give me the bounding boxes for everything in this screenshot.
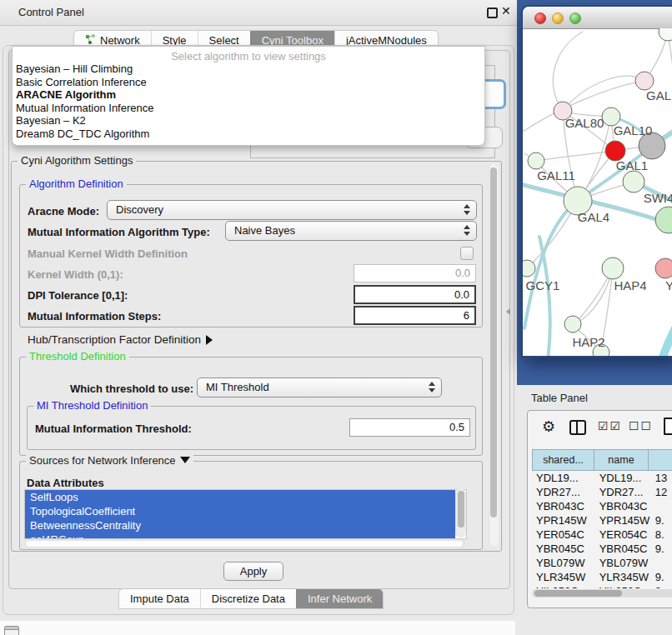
network-node[interactable] [523,260,535,277]
aracne-mode-select[interactable]: Discovery [107,200,477,220]
minimize-traffic-light-icon[interactable] [552,12,564,24]
gear-icon[interactable]: ⚙ [542,418,555,436]
table-cell[interactable]: 9. [651,542,672,556]
table-row[interactable]: YLR345WYLR345W9. [532,570,672,584]
network-canvas[interactable]: GALGAL80GAL10GAL1SWI4GAL11GAL4GCY1HAP4YH… [523,28,672,356]
table-cell[interactable]: YPR145W [595,513,651,528]
close-icon[interactable]: ✕ [501,4,511,18]
new-table-icon[interactable] [664,418,672,435]
network-node[interactable] [623,171,644,192]
zoom-traffic-light-icon[interactable] [569,12,581,24]
table-cell[interactable]: YDL19... [595,471,651,485]
table-cell[interactable]: YPR145W [532,513,595,528]
column-header-extra[interactable] [649,449,672,471]
table-cell[interactable]: 13 [651,471,672,485]
table-row[interactable]: YBR043CYBR043C [532,499,672,513]
table-cell[interactable]: YIL052C [532,584,595,588]
attributes-hscrollbar[interactable] [24,540,465,548]
network-edge[interactable] [536,151,615,161]
tab-infer-network[interactable]: Infer Network [296,589,383,608]
network-view-window[interactable]: GALGAL80GAL10GAL1SWI4GAL11GAL4GCY1HAP4YH… [523,7,672,356]
table-cell[interactable]: 12 [651,485,672,499]
table-cell[interactable]: YBR045C [595,542,651,556]
table-cell[interactable]: 9. [651,584,672,588]
table-row[interactable]: YPR145WYPR145W9. [532,513,672,528]
table-row[interactable]: YBR045CYBR045C9. [532,542,672,556]
columns-icon[interactable] [569,420,586,435]
table-cell[interactable]: YBR045C [532,542,595,556]
network-node[interactable] [659,28,672,41]
apply-button[interactable]: Apply [223,562,283,581]
algorithm-option[interactable]: ARACNE Algorithm [13,88,484,102]
tab-impute-data[interactable]: Impute Data [119,589,200,608]
network-edge[interactable] [661,303,672,356]
table-cell[interactable]: 8. [651,528,672,542]
table-cell[interactable]: YDR27... [532,485,595,499]
table-cell[interactable]: YBR043C [595,499,651,513]
close-traffic-light-icon[interactable] [534,12,546,24]
algorithm-option[interactable]: Mutual Information Inference [13,102,484,115]
network-node[interactable] [528,152,544,169]
table-rows[interactable]: YDL19...YDL19...13YDR27...YDR27...12YBR0… [532,471,672,588]
hub-section-toggle[interactable]: Hub/Transcription Factor Definition [28,333,213,346]
table-cell[interactable]: YBR043C [532,499,595,513]
table-cell[interactable]: YIL052C [595,584,651,588]
network-node[interactable] [564,316,581,332]
algorithm-option[interactable]: Dream8 DC_TDC Algorithm [13,128,484,141]
table-cell[interactable]: YDR27... [595,485,651,499]
network-node[interactable] [655,207,672,233]
select-all-checkboxes-icon[interactable]: ☑☑ [598,419,622,432]
algorithm-option[interactable]: Bayesian – Hill Climbing [13,62,484,76]
column-header-shared-name[interactable]: shared... [532,449,594,471]
network-window-titlebar[interactable] [523,7,672,29]
table-row[interactable]: YBL079WYBL079W [532,556,672,570]
attributes-scrollbar[interactable] [455,489,466,538]
table-cell[interactable] [651,556,672,570]
mi-steps-field[interactable]: 6 [354,306,476,325]
network-node[interactable] [602,258,624,279]
table-hscrollbar[interactable] [532,589,672,598]
table-row[interactable]: YER054CYER054C8. [532,528,672,542]
data-attributes-list[interactable]: SelfLoopsTopologicalCoefficientBetweenne… [24,489,467,539]
table-cell[interactable]: YBL079W [595,556,651,570]
kernel-width-field[interactable]: 0.0 [354,264,476,282]
network-node-label: GAL10 [614,123,653,138]
network-node[interactable] [635,72,654,90]
column-header-name[interactable]: name [594,449,649,471]
mi-threshold-field[interactable]: 0.5 [349,418,470,437]
table-cell[interactable]: 9. [651,513,672,528]
deselect-all-checkboxes-icon[interactable]: ☐☐ [629,419,653,432]
table-cell[interactable]: YDL19... [532,471,595,485]
network-node[interactable] [655,258,672,278]
table-cell[interactable]: YBL079W [532,556,595,570]
sources-toggle[interactable]: Sources for Network Inference [26,454,193,467]
data-attribute-item[interactable]: BetweennessCentrality [25,518,455,532]
table-cell[interactable] [651,499,672,513]
table-row[interactable]: YDL19...YDL19...13 [532,471,672,485]
mi-algorithm-type-select[interactable]: Naive Bayes [225,221,477,241]
network-edge[interactable] [563,76,644,111]
algorithm-option[interactable]: Bayesian – K2 [13,114,484,128]
table-cell[interactable]: YLR345W [532,570,595,584]
group-title: Cyni Algorithm Settings [18,154,136,167]
splitter-collapse-icon[interactable] [506,308,510,315]
table-cell[interactable]: YER054C [532,528,595,542]
table-cell[interactable]: 9. [651,570,672,584]
manual-kernel-checkbox[interactable] [460,247,474,260]
data-attribute-item[interactable]: TopologicalCoefficient [25,504,455,518]
table-row[interactable]: YDR27...YDR27...12 [532,485,672,499]
settings-scrollbar[interactable] [489,164,499,546]
which-threshold-select[interactable]: MI Threshold [197,378,442,398]
network-edge[interactable] [553,32,583,111]
minimized-window-icon[interactable] [4,626,19,635]
float-window-icon[interactable] [487,8,498,18]
data-attribute-item[interactable]: gal4RGexp [25,532,455,539]
algorithm-option[interactable]: Basic Correlation Inference [13,76,484,89]
data-attribute-item[interactable]: SelfLoops [25,490,455,504]
table-cell[interactable]: YLR345W [595,570,651,584]
algorithm-dropdown[interactable]: Select algorithm to view settings Bayesi… [12,46,485,146]
table-row[interactable]: YIL052CYIL052C9. [532,584,672,588]
dpi-tolerance-field[interactable]: 0.0 [354,285,476,304]
table-cell[interactable]: YER054C [595,528,651,542]
tab-discretize-data[interactable]: Discretize Data [200,589,296,608]
